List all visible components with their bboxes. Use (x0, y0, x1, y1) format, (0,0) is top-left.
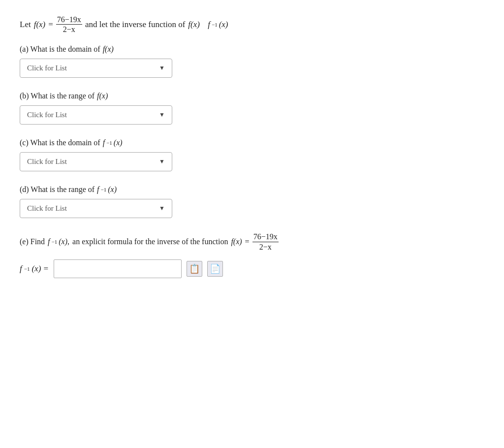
question-d-math: f−1(x) (97, 185, 117, 194)
question-b-math: f(x) (97, 92, 108, 100)
intro-line: Let f(x) = 76−19x 2−x and let the invers… (20, 15, 484, 34)
part-e-denominator: 2−x (258, 242, 273, 252)
intro-finv: f−1(x) (208, 20, 228, 30)
intro-prefix: Let (20, 20, 31, 30)
intro-numerator: 76−19x (56, 15, 82, 25)
question-d-dropdown[interactable]: Click for List ▼ (20, 199, 172, 218)
question-e-text: (e) Find f−1(x), an explicit formula for… (20, 232, 484, 251)
part-e-fraction: 76−19x 2−x (252, 232, 279, 251)
question-d-label: (d) What is the range of f−1(x) (20, 185, 484, 194)
question-a-dropdown[interactable]: Click for List ▼ (20, 59, 172, 78)
part-e-numerator: 76−19x (252, 232, 279, 242)
question-c-arrow-icon: ▼ (159, 158, 165, 165)
intro-fx2: f(x) (188, 20, 200, 30)
intro-middle: and let the inverse function of (85, 20, 185, 30)
question-b-arrow-icon: ▼ (159, 111, 165, 119)
answer-row: f−1(x) = 📋 📄 (20, 259, 484, 278)
intro-fraction: 76−19x 2−x (56, 15, 82, 34)
intro-be (203, 20, 205, 30)
question-c-dropdown[interactable]: Click for List ▼ (20, 152, 172, 171)
part-e-fx: f(x) (231, 237, 242, 246)
question-b-label: (b) What is the range of f(x) (20, 92, 484, 100)
question-b: (b) What is the range of f(x) Click for … (20, 92, 484, 125)
question-a-dropdown-label: Click for List (27, 64, 67, 72)
part-e-finv: f−1(x), (48, 237, 69, 246)
question-a: (a) What is the domain of f(x) Click for… (20, 45, 484, 78)
answer-input[interactable] (54, 259, 182, 278)
question-b-dropdown-label: Click for List (27, 111, 67, 119)
question-e: (e) Find f−1(x), an explicit formula for… (20, 232, 484, 278)
intro-fx: f(x) (34, 20, 46, 30)
question-c: (c) What is the domain of f−1(x) Click f… (20, 138, 484, 171)
question-a-arrow-icon: ▼ (159, 64, 165, 72)
question-d-arrow-icon: ▼ (159, 205, 165, 212)
question-a-math: f(x) (103, 45, 114, 54)
question-c-label: (c) What is the domain of f−1(x) (20, 138, 484, 147)
question-d-dropdown-label: Click for List (27, 204, 67, 213)
question-c-math: f−1(x) (103, 138, 123, 147)
question-d: (d) What is the range of f−1(x) Click fo… (20, 185, 484, 218)
question-a-label: (a) What is the domain of f(x) (20, 45, 484, 54)
intro-equals: = (48, 20, 53, 30)
intro-denominator: 2−x (62, 25, 76, 34)
question-b-dropdown[interactable]: Click for List ▼ (20, 105, 172, 125)
question-c-dropdown-label: Click for List (27, 158, 67, 166)
answer-label: f−1(x) = (20, 264, 49, 274)
paste-icon[interactable]: 📄 (207, 261, 223, 277)
clipboard-icon[interactable]: 📋 (187, 261, 202, 277)
